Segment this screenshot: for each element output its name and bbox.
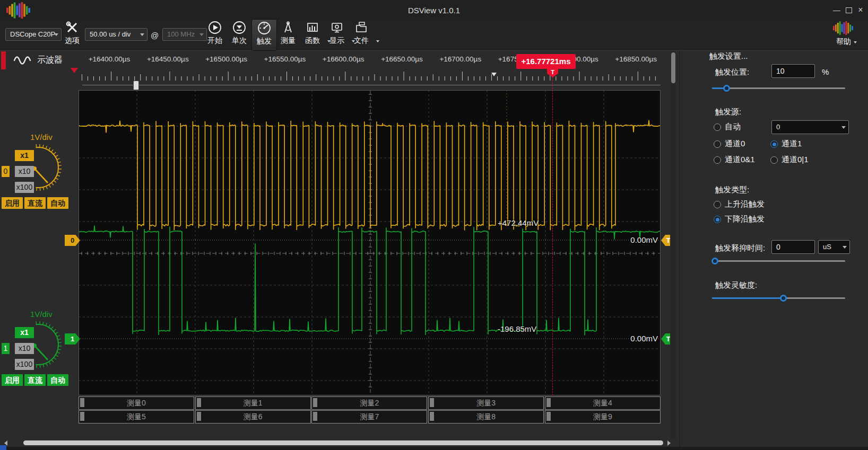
- trigger-position-input[interactable]: 10: [771, 64, 815, 78]
- ch0-probe-x1[interactable]: x1: [15, 150, 34, 161]
- ch0-toggle-1[interactable]: 直流: [24, 197, 46, 209]
- trigger-sensitivity-slider[interactable]: [712, 297, 845, 299]
- measure-button-2[interactable]: 测量2: [311, 396, 427, 410]
- toolbar-button-measure[interactable]: 测量: [276, 19, 300, 50]
- close-button[interactable]: ×: [855, 5, 866, 15]
- trigger-source-select[interactable]: 0: [771, 120, 849, 134]
- ch1-toggle-1[interactable]: 直流: [24, 374, 46, 386]
- ch0-badge: 0: [2, 166, 10, 177]
- trigger-type-label: 触发类型:: [715, 185, 749, 195]
- trigger-source-radio-2[interactable]: [770, 140, 778, 148]
- trigger-holdoff-unit-select[interactable]: uS: [818, 240, 850, 254]
- vertical-scrollbar[interactable]: [670, 51, 676, 439]
- panel-divider: [679, 50, 680, 447]
- trigger-position-slider[interactable]: [712, 87, 845, 89]
- ruler-scroll-handle[interactable]: [133, 81, 139, 90]
- scroll-right-icon[interactable]: [667, 440, 671, 446]
- device-select[interactable]: DSCope C20P: [5, 28, 62, 41]
- ch0-toggle-0[interactable]: 启用: [2, 197, 23, 209]
- ch1-position-marker[interactable]: 1: [65, 333, 80, 345]
- trigger-source-radio-1[interactable]: [714, 140, 721, 148]
- dsview-window: DSView v1.0.1 — × DSCope C20P 选项 50.00 u…: [0, 0, 868, 450]
- measure-button-0[interactable]: 测量0: [79, 396, 194, 410]
- options-button[interactable]: 选项: [60, 19, 84, 50]
- vertical-scrollbar-thumb[interactable]: [671, 52, 675, 83]
- ch1-probe-x1[interactable]: x1: [15, 327, 34, 338]
- status-indicator: [0, 445, 6, 450]
- options-label: 选项: [60, 36, 84, 46]
- toolbar-button-function[interactable]: 函数: [300, 19, 325, 50]
- trigger-type-radio-0[interactable]: [714, 201, 721, 208]
- ch1-toggle-0[interactable]: 启用: [2, 374, 23, 386]
- trigger-source-select-value: 0: [776, 123, 780, 131]
- maximize-button[interactable]: [843, 5, 855, 15]
- measure-button-4[interactable]: 测量4: [545, 396, 661, 410]
- toolbar-button-trigger[interactable]: 触发: [251, 19, 277, 51]
- measure-label: 测量: [276, 36, 300, 46]
- trigger-holdoff-slider[interactable]: [712, 260, 845, 262]
- ruler-label: +16550.00µs: [264, 55, 306, 63]
- ruler-cursor-icon[interactable]: [491, 73, 497, 76]
- waveform-plot[interactable]: [79, 90, 661, 395]
- ruler-label: +16850.00µs: [615, 55, 657, 63]
- trigger-position-unit: %: [822, 67, 829, 76]
- file-label: 文件: [349, 36, 374, 46]
- trigger-position-slider-handle[interactable]: [723, 85, 730, 92]
- help-logo-icon: [833, 21, 853, 35]
- measure-button-7[interactable]: 测量7: [311, 410, 427, 423]
- ch1-toggle-2[interactable]: 自动: [47, 374, 68, 386]
- ch0-vdiv-label: 1V/div: [30, 133, 53, 142]
- ruler-label: +16400.00µs: [89, 55, 131, 63]
- trigger-source-radio-3[interactable]: [714, 156, 721, 164]
- measure-button-8[interactable]: 测量8: [428, 410, 544, 423]
- measure-button-5[interactable]: 测量5: [79, 410, 194, 423]
- drag-handle-icon: [430, 398, 434, 407]
- holdoff-unit-value: uS: [823, 243, 831, 251]
- ruler-scroll-track[interactable]: [82, 85, 661, 85]
- tab-oscilloscope[interactable]: 示波器: [37, 55, 63, 66]
- measure-button-1[interactable]: 测量1: [195, 396, 311, 410]
- ch0-position-marker[interactable]: 0: [65, 235, 80, 246]
- display-icon: [330, 21, 344, 34]
- ruler-label: +16450.00µs: [147, 55, 189, 63]
- trigger-position-arrow-icon: [71, 68, 78, 73]
- trigger-sensitivity-slider-handle[interactable]: [780, 295, 787, 302]
- trigger-type-label-1: 下降沿触发: [725, 214, 765, 224]
- horizontal-scrollbar[interactable]: [0, 439, 679, 447]
- timebase-select[interactable]: 50.00 us / div: [85, 28, 147, 41]
- trigger-source-radio-4[interactable]: [770, 156, 778, 164]
- measure-button-6[interactable]: 测量6: [195, 410, 311, 423]
- trigger-holdoff-input[interactable]: 0: [771, 240, 815, 254]
- toolbar-button-single[interactable]: 单次: [227, 19, 251, 50]
- measure-icon: [281, 21, 295, 34]
- horizontal-scrollbar-thumb[interactable]: [23, 440, 663, 445]
- samplerate-select[interactable]: 100 MHz: [162, 28, 207, 41]
- ch1-probe-x100[interactable]: x100: [15, 359, 34, 370]
- chevron-down-icon: [140, 33, 144, 36]
- ch0-probe-x10[interactable]: x10: [15, 166, 34, 177]
- trigger-position-label: 触发位置:: [715, 67, 749, 77]
- ch1-badge: 1: [2, 343, 10, 354]
- trigger-type-radio-1[interactable]: [714, 216, 721, 223]
- trigger-label: 触发: [252, 37, 276, 46]
- ruler-label: +16700.00µs: [439, 55, 481, 63]
- ch0-probe-x100[interactable]: x100: [15, 182, 34, 193]
- trigger-time-badge[interactable]: +16.77721ms: [516, 54, 576, 69]
- ch1-probe-x10[interactable]: x10: [15, 343, 34, 354]
- drag-handle-icon: [80, 412, 84, 421]
- trigger-source-label: 触发源:: [715, 107, 741, 117]
- ch0-toggle-2[interactable]: 自动: [47, 197, 68, 209]
- toolbar-button-display[interactable]: 显示: [325, 19, 349, 50]
- ch1-vdiv-label: 1V/div: [30, 310, 53, 319]
- toolbar-button-start[interactable]: 开始: [203, 19, 227, 50]
- trigger-source-radio-0[interactable]: [714, 123, 721, 131]
- help-button[interactable]: 帮助: [836, 37, 851, 47]
- measure-button-9[interactable]: 测量9: [545, 410, 661, 423]
- active-tab-indicator: [1, 51, 6, 69]
- trigger-holdoff-slider-handle[interactable]: [711, 258, 718, 264]
- toolbar-button-file[interactable]: 文件: [349, 19, 374, 50]
- chevron-down-icon: [54, 33, 58, 36]
- minimize-button[interactable]: —: [831, 5, 843, 15]
- measure-button-3[interactable]: 测量3: [428, 396, 544, 410]
- function-label: 函数: [300, 36, 325, 46]
